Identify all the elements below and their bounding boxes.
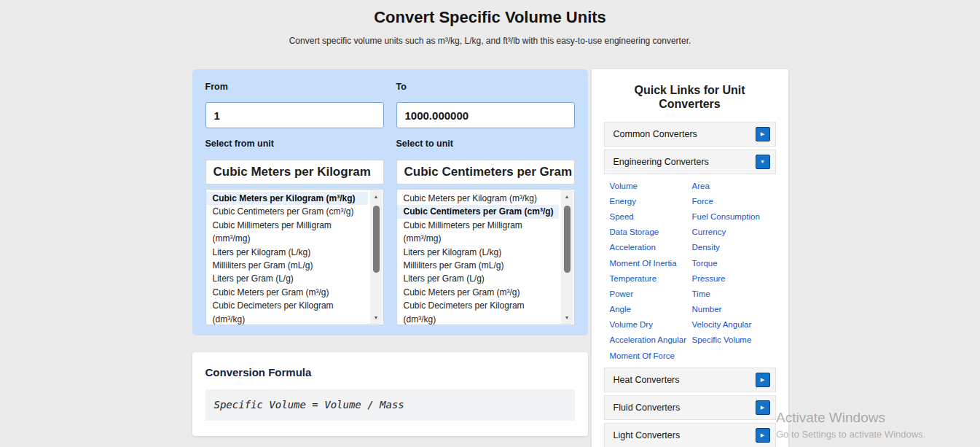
quick-link-acceleration[interactable]: Acceleration	[610, 243, 692, 252]
watermark-line1: Activate Windows	[776, 409, 925, 426]
quick-link-specific-volume[interactable]: Specific Volume	[692, 335, 776, 344]
select-from-unit-label: Select from unit	[205, 139, 384, 149]
quick-link-area[interactable]: Area	[692, 182, 776, 190]
quick-link-number[interactable]: Number	[692, 305, 776, 314]
accordion-section-label: Heat Converters	[614, 375, 680, 385]
unit-option[interactable]: Cubic Meters per Kilogram (m³/kg)	[206, 192, 368, 205]
accordion-section-heat-converters[interactable]: Heat Converters▶	[604, 368, 776, 392]
accordion-section-label: Common Converters	[614, 129, 697, 139]
select-to-unit-label: Select to unit	[396, 139, 575, 149]
expand-icon[interactable]: ▶	[756, 127, 770, 141]
to-label: To	[396, 82, 575, 92]
expand-icon[interactable]: ▶	[756, 400, 770, 415]
expand-icon[interactable]: ▶	[756, 428, 770, 443]
quick-link-power[interactable]: Power	[610, 289, 692, 298]
unit-option[interactable]: Cubic Millimeters per Milligram (mm³/mg)	[206, 219, 368, 246]
quick-link-energy[interactable]: Energy	[610, 197, 692, 206]
to-column: To Select to unit Cubic Centimeters per …	[396, 82, 575, 322]
quick-link-currency[interactable]: Currency	[692, 228, 776, 236]
unit-option[interactable]: Cubic Decimeters per Kilogram (dm³/kg)	[397, 299, 559, 325]
main-content: From Select from unit Cubic Meters per K…	[192, 69, 788, 447]
quick-link-torque[interactable]: Torque	[692, 259, 776, 268]
listbox-scrollbar[interactable]: ▲▼	[370, 190, 383, 324]
quick-link-force[interactable]: Force	[692, 197, 776, 206]
accordion-section-common-converters[interactable]: Common Converters▶	[604, 122, 776, 147]
accordion-section-fluid-converters[interactable]: Fluid Converters▶	[604, 395, 776, 420]
engineering-links-grid: VolumeAreaEnergyForceSpeedFuel Consumpti…	[604, 178, 776, 363]
scroll-down-icon[interactable]: ▼	[370, 311, 383, 324]
unit-option[interactable]: Liters per Kilogram (L/kg)	[397, 246, 559, 259]
quick-link-moment-of-inertia[interactable]: Moment Of Inertia	[610, 259, 692, 268]
from-column: From Select from unit Cubic Meters per K…	[205, 82, 384, 322]
unit-option[interactable]: Liters per Kilogram (L/kg)	[206, 246, 368, 259]
unit-option[interactable]: Milliliters per Gram (mL/g)	[206, 259, 368, 272]
collapse-icon[interactable]: ▼	[756, 155, 770, 169]
quick-link-temperature[interactable]: Temperature	[610, 274, 692, 283]
converter-column: From Select from unit Cubic Meters per K…	[192, 69, 588, 436]
converter-accordion: Common Converters▶Engineering Converters…	[604, 122, 776, 447]
quick-link-velocity-angular[interactable]: Velocity Angular	[692, 320, 776, 329]
accordion-section-light-converters[interactable]: Light Converters▶	[604, 423, 776, 447]
quick-link-speed[interactable]: Speed	[610, 212, 692, 221]
to-unit-listbox[interactable]: Cubic Meters per Kilogram (m³/kg)Cubic C…	[396, 189, 575, 325]
to-value-input[interactable]	[396, 102, 575, 128]
listbox-scrollbar[interactable]: ▲▼	[561, 190, 573, 324]
unit-option[interactable]: Cubic Meters per Gram (m³/g)	[397, 286, 559, 299]
unit-option[interactable]: Cubic Decimeters per Kilogram (dm³/kg)	[206, 299, 368, 325]
quick-link-fuel-consumption[interactable]: Fuel Consumption	[692, 212, 776, 221]
quick-link-angle[interactable]: Angle	[610, 305, 692, 314]
quick-link-moment-of-force[interactable]: Moment Of Force	[610, 351, 692, 360]
quick-link-volume[interactable]: Volume	[610, 182, 692, 190]
unit-option[interactable]: Milliliters per Gram (mL/g)	[397, 259, 559, 272]
formula-card: Conversion Formula Specific Volume = Vol…	[192, 352, 588, 436]
quick-link-acceleration-angular[interactable]: Acceleration Angular	[610, 335, 692, 344]
quick-link-data-storage[interactable]: Data Storage	[610, 228, 692, 236]
unit-option[interactable]: Cubic Centimeters per Gram (cm³/g)	[206, 205, 368, 218]
quick-link-pressure[interactable]: Pressure	[692, 274, 776, 283]
scroll-thumb[interactable]	[373, 206, 380, 273]
unit-option[interactable]: Liters per Gram (L/g)	[397, 272, 559, 285]
formula-heading: Conversion Formula	[205, 367, 575, 378]
from-label: From	[205, 82, 384, 92]
page-title: Convert Specific Volume Units	[0, 7, 980, 28]
scroll-up-icon[interactable]: ▲	[370, 190, 383, 203]
quick-link-density[interactable]: Density	[692, 243, 776, 252]
accordion-section-label: Engineering Converters	[614, 157, 709, 167]
watermark-line2: Go to Settings to activate Windows.	[776, 429, 925, 440]
from-value-input[interactable]	[205, 102, 384, 128]
quick-link-time[interactable]: Time	[692, 289, 776, 298]
to-unit-select[interactable]: Cubic Centimeters per Gram	[396, 160, 575, 184]
quick-link-volume-dry[interactable]: Volume Dry	[610, 320, 692, 329]
unit-option[interactable]: Cubic Meters per Kilogram (m³/kg)	[397, 192, 559, 205]
accordion-section-engineering-converters[interactable]: Engineering Converters▼	[604, 149, 776, 174]
quick-links-sidebar: Quick Links for Unit Converters Common C…	[592, 69, 788, 447]
from-unit-select[interactable]: Cubic Meters per Kilogram	[205, 160, 384, 184]
formula-code: Specific Volume = Volume / Mass	[205, 389, 575, 421]
accordion-section-label: Fluid Converters	[614, 403, 681, 413]
page-header: Convert Specific Volume Units Convert sp…	[0, 0, 980, 47]
unit-option[interactable]: Cubic Meters per Gram (m³/g)	[206, 286, 368, 299]
unit-option[interactable]: Cubic Millimeters per Milligram (mm³/mg)	[397, 219, 559, 246]
unit-option[interactable]: Liters per Gram (L/g)	[206, 272, 368, 285]
scroll-down-icon[interactable]: ▼	[561, 311, 573, 324]
from-unit-listbox[interactable]: Cubic Meters per Kilogram (m³/kg)Cubic C…	[205, 189, 384, 325]
unit-option[interactable]: Cubic Centimeters per Gram (cm³/g)	[397, 205, 559, 218]
expand-icon[interactable]: ▶	[756, 373, 770, 387]
quick-links-heading: Quick Links for Unit Converters	[604, 83, 776, 111]
activate-windows-watermark: Activate Windows Go to Settings to activ…	[776, 409, 925, 440]
accordion-section-label: Light Converters	[614, 430, 681, 440]
scroll-up-icon[interactable]: ▲	[561, 190, 573, 203]
page-subtitle: Convert specific volume units such as m³…	[0, 36, 980, 47]
scroll-thumb[interactable]	[564, 206, 571, 273]
converter-panel: From Select from unit Cubic Meters per K…	[192, 69, 588, 335]
